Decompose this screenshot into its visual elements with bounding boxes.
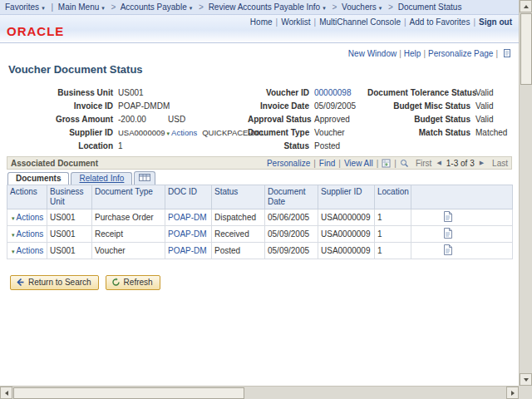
- page-title: Voucher Document Status: [8, 63, 143, 76]
- document-icon[interactable]: [443, 211, 452, 222]
- supplier-id-value: USA0000009▾ActionsQUICKPACE-001: [118, 128, 248, 137]
- pagebar: New Window|Help|Personalize Page|: [348, 48, 512, 60]
- cell-supplier-id: USA0000009: [318, 243, 375, 259]
- doc-id-link[interactable]: POAP-DM: [168, 229, 207, 239]
- return-to-search-button[interactable]: Return to Search: [10, 275, 99, 290]
- find-link[interactable]: Find: [319, 159, 335, 168]
- previous-rows-icon[interactable]: ◀: [436, 160, 441, 166]
- personalize-page-link[interactable]: Personalize Page: [428, 49, 493, 58]
- refresh-button[interactable]: Refresh: [106, 275, 160, 290]
- budget-status-value: Valid: [475, 115, 512, 124]
- vertical-scrollbar[interactable]: [519, 0, 532, 386]
- related-actions-caret-icon[interactable]: ▾: [167, 131, 170, 136]
- col-document-date: Document Date: [265, 185, 318, 209]
- zoom-icon[interactable]: [400, 159, 409, 168]
- row-actions-caret-icon: ▾: [12, 249, 15, 254]
- add-to-favorites-link[interactable]: Add to Favorites: [410, 17, 470, 27]
- tab-documents[interactable]: Documents: [7, 172, 69, 185]
- status-value: Posted: [314, 141, 367, 150]
- link-separator: |: [313, 159, 316, 168]
- sign-out-link[interactable]: Sign out: [479, 17, 512, 27]
- gross-amount-label: Gross Amount: [7, 115, 118, 124]
- cell-location: 1: [375, 243, 411, 259]
- new-window-link[interactable]: New Window: [348, 49, 397, 58]
- breadcrumb-item-vouchers[interactable]: Vouchers▾: [342, 2, 383, 12]
- next-rows-icon[interactable]: ▶: [480, 160, 484, 166]
- tab-related-info[interactable]: Related Info: [71, 172, 132, 185]
- supplier-actions-link[interactable]: Actions: [171, 128, 197, 137]
- cell-status: Posted: [212, 243, 265, 259]
- grid-toolbar: Personalize | Find | View All | | First …: [267, 159, 508, 168]
- cell-business-unit: US001: [47, 226, 92, 243]
- col-status: Status: [212, 185, 265, 209]
- horizontal-scrollbar-thumb[interactable]: [13, 387, 244, 399]
- breadcrumb-item-review-ap-info[interactable]: Review Accounts Payable Info▾: [209, 2, 328, 12]
- link-separator: |: [404, 17, 406, 27]
- associated-document-groupbox: Associated Document Personalize | Find |…: [7, 156, 512, 259]
- download-to-excel-icon[interactable]: [382, 159, 391, 168]
- first-link[interactable]: First: [416, 159, 431, 168]
- scroll-up-icon[interactable]: [520, 0, 532, 12]
- scrollbar-corner: [519, 386, 532, 399]
- row-actions-link[interactable]: Actions: [17, 229, 44, 239]
- breadcrumb-item-accounts-payable[interactable]: Accounts Payable▾: [121, 2, 195, 12]
- location-label: Location: [7, 141, 118, 150]
- breadcrumb-separator: >: [388, 2, 393, 12]
- grid-tabs: Documents Related Info: [7, 170, 512, 185]
- dropdown-caret-icon: ▾: [101, 5, 105, 11]
- gross-amount-value: -200.00USD: [118, 115, 248, 124]
- scroll-down-icon[interactable]: [520, 373, 532, 386]
- multichannel-console-link[interactable]: MultiChannel Console: [319, 17, 401, 27]
- row-actions-link[interactable]: Actions: [17, 246, 44, 255]
- dropdown-caret-icon: ▾: [379, 5, 382, 11]
- invoice-id-label: Invoice ID: [7, 101, 118, 111]
- approval-status-label: Approval Status: [248, 115, 314, 124]
- dropdown-caret-icon: ▾: [42, 5, 45, 11]
- col-location: Location: [375, 185, 411, 209]
- supplier-short-name: QUICKPACE-001: [202, 128, 264, 137]
- link-separator: |: [338, 159, 341, 168]
- return-icon: [16, 278, 25, 287]
- doc-id-link[interactable]: POAP-DM: [168, 246, 207, 255]
- breadcrumb-separator: >: [332, 2, 337, 12]
- page-icon[interactable]: [502, 48, 512, 60]
- scroll-right-icon[interactable]: [506, 387, 519, 399]
- link-separator: |: [399, 49, 401, 58]
- breadcrumb-item-main-menu[interactable]: Main Menu▾: [58, 2, 106, 12]
- col-icon: [411, 185, 513, 209]
- dropdown-caret-icon: ▾: [323, 5, 326, 11]
- col-supplier-id: Supplier ID: [318, 185, 375, 209]
- show-all-columns-tab[interactable]: [134, 171, 155, 185]
- worklist-link[interactable]: Worklist: [281, 17, 310, 27]
- cell-document-date: 05/09/2005: [265, 226, 318, 243]
- breadcrumb-separator: |: [51, 2, 53, 12]
- cell-location: 1: [375, 209, 411, 226]
- doc-id-link[interactable]: POAP-DM: [168, 213, 207, 222]
- button-label: Return to Search: [28, 278, 91, 287]
- scroll-left-icon[interactable]: [0, 387, 12, 399]
- horizontal-scrollbar[interactable]: [0, 386, 519, 399]
- last-link[interactable]: Last: [492, 159, 508, 168]
- tab-label: Related Info: [79, 174, 124, 183]
- match-status-label: Match Status: [367, 128, 475, 137]
- voucher-id-label: Voucher ID: [248, 88, 314, 97]
- document-icon[interactable]: [443, 244, 452, 255]
- voucher-id-link[interactable]: 00000098: [314, 88, 352, 97]
- link-separator: |: [276, 17, 278, 27]
- breadcrumb-label: Vouchers: [342, 2, 377, 12]
- cell-business-unit: US001: [47, 209, 92, 226]
- col-document-type: Document Type: [92, 185, 165, 209]
- help-link[interactable]: Help: [404, 49, 421, 58]
- currency-code: USD: [168, 115, 185, 124]
- budget-status-label: Budget Status: [367, 115, 475, 124]
- refresh-icon: [111, 278, 121, 287]
- row-actions-link[interactable]: Actions: [17, 213, 44, 222]
- view-all-link[interactable]: View All: [344, 159, 373, 168]
- col-business-unit: Business Unit: [47, 185, 92, 209]
- cell-document-type: Purchase Order: [92, 209, 165, 226]
- document-icon[interactable]: [443, 228, 452, 239]
- home-link[interactable]: Home: [250, 17, 273, 27]
- breadcrumb-item-favorites[interactable]: Favorites▾: [5, 2, 47, 12]
- vertical-scrollbar-thumb[interactable]: [520, 13, 532, 85]
- personalize-link[interactable]: Personalize: [267, 159, 310, 168]
